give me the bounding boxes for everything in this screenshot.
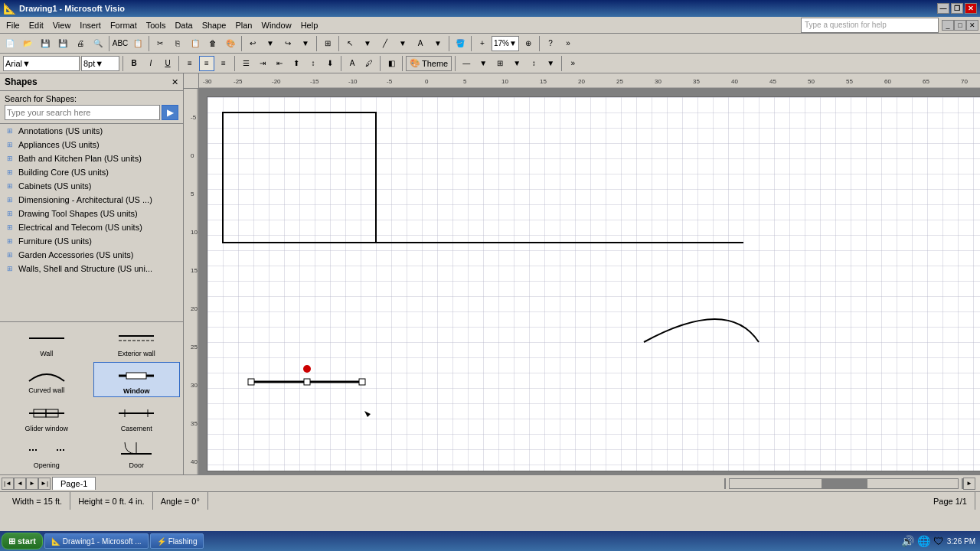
align-center[interactable]: ≡ — [199, 56, 214, 71]
thumb-opening[interactable]: Opening — [3, 437, 90, 471]
menu-view[interactable]: View — [48, 18, 76, 33]
arrange-dropdown[interactable]: ▼ — [543, 56, 558, 71]
valign-top[interactable]: ⬆ — [289, 56, 304, 71]
undo-button[interactable]: ↩ — [244, 35, 261, 52]
menu-tools[interactable]: Tools — [142, 18, 171, 33]
page-last-button[interactable]: ►| — [38, 478, 51, 490]
thumb-wall[interactable]: Wall — [3, 325, 90, 359]
shape-item-building[interactable]: ⊞ Building Core (US units) — [0, 165, 183, 179]
line-tool[interactable]: ╱ — [377, 35, 394, 52]
thumb-door[interactable]: Door — [93, 437, 181, 471]
drawing-canvas[interactable] — [207, 96, 980, 471]
shape-item-walls[interactable]: ⊞ Walls, Shell and Structure (US uni... — [0, 262, 183, 276]
bold-button[interactable]: B — [126, 56, 142, 71]
text-tool[interactable]: A — [412, 35, 429, 52]
theme-button[interactable]: 🎨 Theme — [406, 56, 452, 71]
delete-button[interactable]: 🗑 — [204, 35, 221, 52]
save-button[interactable]: 💾 — [37, 35, 54, 52]
zoom-dropdown[interactable]: 17% ▼ — [492, 36, 519, 51]
spell-button[interactable]: ABC — [112, 35, 129, 52]
new-button[interactable]: 📄 — [2, 35, 18, 52]
canvas-scroll[interactable] — [199, 89, 980, 474]
highlight-button[interactable]: 🖊 — [361, 56, 377, 71]
menu-shape[interactable]: Shape — [198, 18, 231, 33]
close-button[interactable]: ✕ — [965, 3, 977, 14]
save-as-button[interactable]: 💾 — [54, 35, 71, 52]
app-minimize[interactable]: _ — [942, 20, 954, 31]
thumb-double[interactable]: Double — [93, 474, 181, 474]
line-style-btn[interactable]: — — [459, 56, 474, 71]
thumb-casement[interactable]: Casement — [93, 400, 181, 434]
menu-help[interactable]: Help — [296, 18, 323, 33]
shadow-button[interactable]: ◧ — [384, 56, 399, 71]
shape-item-cabinets[interactable]: ⊞ Cabinets (US units) — [0, 179, 183, 193]
page-prev-button[interactable]: ◄ — [14, 478, 26, 490]
shape-item-dimensioning[interactable]: ⊞ Dimensioning - Architectural (US ...) — [0, 193, 183, 207]
scroll-right-button[interactable]: ► — [963, 478, 975, 490]
taskbar-flashing[interactable]: ⚡ Flashing — [150, 533, 204, 549]
shape-item-electrical[interactable]: ⊞ Electrical and Telecom (US units) — [0, 220, 183, 234]
menu-file[interactable]: File — [2, 18, 24, 33]
thumb-double-hung[interactable]: Double hung — [3, 474, 90, 474]
restore-button[interactable]: ❐ — [951, 3, 963, 14]
line-dropdown[interactable]: ▼ — [394, 35, 411, 52]
line-style-dropdown[interactable]: ▼ — [475, 56, 491, 71]
toolbar-options[interactable]: » — [560, 35, 577, 52]
menu-data[interactable]: Data — [170, 18, 197, 33]
pointer-tool[interactable]: ↖ — [341, 35, 358, 52]
thumb-curved-wall[interactable]: Curved wall — [3, 362, 90, 397]
pointer-dropdown[interactable]: ▼ — [359, 35, 376, 52]
redo-button[interactable]: ↪ — [279, 35, 296, 52]
print-button[interactable]: 🖨 — [72, 35, 89, 52]
connector-style[interactable]: ⊞ — [492, 56, 508, 71]
start-button[interactable]: ⊞ start — [2, 533, 43, 549]
format-painter[interactable]: 🎨 — [222, 35, 239, 52]
shape-item-bath[interactable]: ⊞ Bath and Kitchen Plan (US units) — [0, 152, 183, 165]
open-button[interactable]: 📂 — [19, 35, 36, 52]
help-search[interactable]: Type a question for help — [801, 18, 939, 33]
indent-button[interactable]: ⇥ — [255, 56, 270, 71]
menu-plan[interactable]: Plan — [230, 18, 256, 33]
help-btn[interactable]: ? — [542, 35, 559, 52]
h-scrollbar[interactable] — [729, 478, 959, 489]
shapes-close-button[interactable]: ✕ — [172, 77, 178, 87]
zoom-in[interactable]: + — [474, 35, 491, 52]
valign-bot[interactable]: ⬇ — [322, 56, 338, 71]
menu-insert[interactable]: Insert — [75, 18, 106, 33]
thumb-window[interactable]: Window — [93, 362, 181, 397]
shape-item-appliances[interactable]: ⊞ Appliances (US units) — [0, 138, 183, 152]
menu-format[interactable]: Format — [106, 18, 142, 33]
thumb-exterior-wall[interactable]: Exterior wall — [93, 325, 181, 359]
search-button[interactable]: ▶ — [162, 105, 178, 120]
taskbar-visio[interactable]: 📐 Drawing1 - Microsoft ... — [44, 533, 149, 549]
list-button[interactable]: ☰ — [238, 56, 253, 71]
cut-button[interactable]: ✂ — [152, 35, 168, 52]
fill-color[interactable]: 🪣 — [452, 35, 469, 52]
page-next-button[interactable]: ► — [26, 478, 38, 490]
app-close[interactable]: ✕ — [966, 20, 978, 31]
scrollbar-thumb[interactable] — [822, 479, 867, 488]
undo-dropdown[interactable]: ▼ — [262, 35, 279, 52]
zoom-btn2[interactable]: ⊕ — [520, 35, 537, 52]
page-tab-1[interactable]: Page-1 — [52, 477, 96, 490]
align-right[interactable]: ≡ — [216, 56, 231, 71]
italic-button[interactable]: I — [143, 56, 158, 71]
font-size-dropdown[interactable]: 8pt ▼ — [81, 56, 119, 71]
print-preview-button[interactable]: 🔍 — [90, 35, 106, 52]
font-name-dropdown[interactable]: Arial ▼ — [3, 56, 80, 71]
outdent-button[interactable]: ⇤ — [272, 56, 287, 71]
connector-button[interactable]: ⊞ — [319, 35, 336, 52]
menu-window[interactable]: Window — [257, 18, 296, 33]
paste-button[interactable]: 📋 — [187, 35, 204, 52]
app-restore[interactable]: □ — [954, 20, 966, 31]
shape-item-annotations[interactable]: ⊞ Annotations (US units) — [0, 124, 183, 138]
minimize-button[interactable]: — — [937, 3, 949, 14]
shape-item-furniture[interactable]: ⊞ Furniture (US units) — [0, 234, 183, 248]
copy-button[interactable]: 📋 — [129, 35, 146, 52]
redo-dropdown[interactable]: ▼ — [297, 35, 314, 52]
search-input[interactable] — [5, 105, 160, 120]
menu-edit[interactable]: Edit — [24, 18, 48, 33]
valign-mid[interactable]: ↕ — [305, 56, 321, 71]
thumb-glider[interactable]: Glider window — [3, 400, 90, 434]
text-dropdown[interactable]: ▼ — [430, 35, 446, 52]
